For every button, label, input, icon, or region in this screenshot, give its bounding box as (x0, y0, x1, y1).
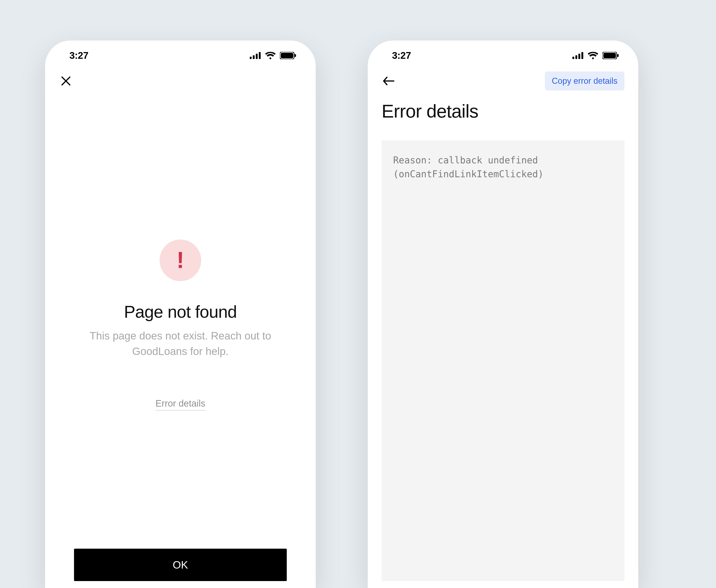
svg-rect-2 (256, 54, 258, 59)
nav-bar (45, 70, 316, 91)
svg-rect-5 (281, 53, 293, 58)
back-icon[interactable] (382, 74, 395, 88)
phone-page-not-found: 3:27 ! (45, 41, 316, 588)
svg-rect-7 (572, 57, 574, 59)
phone-error-details: 3:27 Copy error details Error details (368, 41, 638, 588)
status-icons (250, 52, 296, 59)
ok-button[interactable]: OK (74, 549, 287, 581)
error-icon: ! (159, 239, 201, 281)
error-code-block: Reason: callback undefined (onCantFindLi… (382, 141, 624, 581)
cellular-icon (250, 52, 261, 59)
cellular-icon (572, 52, 584, 59)
page-title: Page not found (124, 302, 237, 322)
status-bar: 3:27 (368, 41, 638, 70)
page-title: Error details (382, 101, 624, 122)
svg-rect-8 (576, 55, 577, 59)
status-time: 3:27 (392, 50, 411, 61)
svg-rect-9 (579, 54, 580, 59)
svg-rect-12 (603, 53, 616, 58)
status-icons (572, 52, 619, 59)
battery-icon (603, 52, 619, 59)
svg-rect-6 (295, 54, 296, 57)
page-subtitle: This page does not exist. Reach out to G… (74, 328, 287, 359)
status-bar: 3:27 (45, 41, 316, 70)
exclamation-mark: ! (176, 248, 184, 271)
copy-error-details-button[interactable]: Copy error details (545, 71, 624, 90)
battery-icon (280, 52, 296, 59)
error-details-link[interactable]: Error details (155, 398, 205, 411)
close-icon[interactable] (59, 74, 73, 88)
nav-bar: Copy error details (368, 70, 638, 91)
svg-rect-10 (581, 52, 583, 59)
status-time: 3:27 (69, 50, 88, 61)
wifi-icon (588, 52, 598, 59)
svg-rect-13 (617, 54, 619, 57)
svg-rect-3 (259, 52, 261, 59)
svg-rect-0 (250, 57, 252, 59)
wifi-icon (265, 52, 276, 59)
svg-rect-1 (253, 55, 255, 59)
